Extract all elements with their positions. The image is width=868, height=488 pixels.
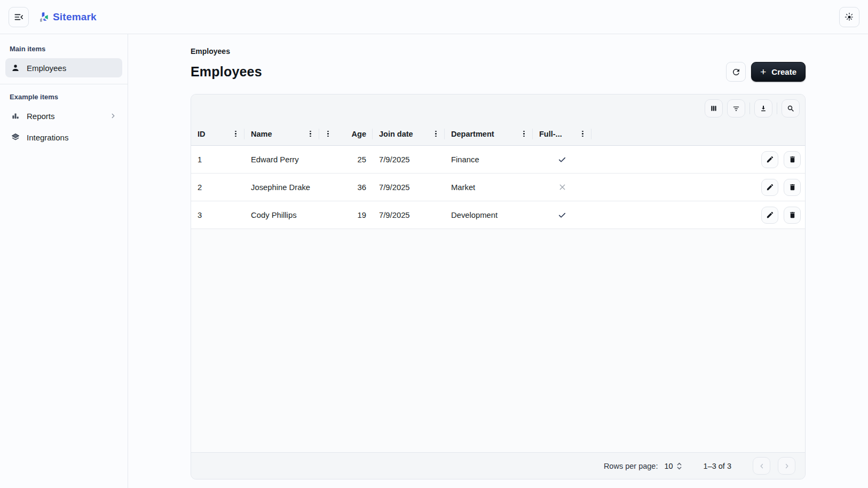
pagination-range: 1–3 of 3 bbox=[704, 462, 731, 470]
check-icon bbox=[557, 155, 567, 164]
chevron-right-icon bbox=[109, 112, 117, 120]
bar-chart-icon bbox=[11, 111, 20, 121]
sidebar-section-main-items: Main items bbox=[5, 42, 122, 56]
pencil-icon bbox=[766, 211, 774, 219]
previous-page-button[interactable] bbox=[753, 457, 770, 475]
column-header-join-date[interactable]: Join date bbox=[373, 122, 445, 145]
brand-logo[interactable]: Sitemark bbox=[37, 11, 97, 23]
column-label: Department bbox=[451, 130, 494, 138]
menu-toggle-button[interactable] bbox=[9, 7, 29, 27]
table-row[interactable]: 2 Josephine Drake 36 7/9/2025 Market bbox=[191, 174, 805, 201]
column-label: Join date bbox=[379, 130, 413, 138]
sidebar-item-employees[interactable]: Employees bbox=[5, 58, 122, 77]
cell-department: Market bbox=[445, 183, 533, 192]
cell-join-date: 7/9/2025 bbox=[373, 155, 445, 164]
create-button-label: Create bbox=[771, 67, 796, 76]
download-icon bbox=[759, 104, 768, 113]
column-header-full-time[interactable]: Full-... bbox=[533, 122, 591, 145]
column-header-name[interactable]: Name bbox=[244, 122, 319, 145]
sidebar-divider bbox=[0, 84, 128, 84]
cell-join-date: 7/9/2025 bbox=[373, 183, 445, 192]
search-button[interactable] bbox=[782, 99, 800, 117]
refresh-icon bbox=[731, 67, 741, 77]
column-menu-icon[interactable] bbox=[308, 129, 313, 139]
sidebar: Main items Employees Example items Repor… bbox=[0, 34, 128, 488]
menu-open-icon bbox=[13, 12, 24, 22]
cell-age: 36 bbox=[319, 183, 373, 192]
breadcrumb: Employees bbox=[191, 47, 806, 56]
select-arrows-icon bbox=[676, 462, 682, 470]
sidebar-item-integrations[interactable]: Integrations bbox=[5, 128, 122, 147]
column-label: Full-... bbox=[539, 130, 562, 138]
edit-button[interactable] bbox=[761, 179, 778, 196]
sidebar-item-label: Integrations bbox=[27, 133, 68, 142]
cell-age: 19 bbox=[319, 211, 373, 219]
grid-pagination: Rows per page: 10 1–3 of 3 bbox=[191, 452, 805, 479]
columns-icon bbox=[709, 104, 718, 113]
edit-button[interactable] bbox=[761, 151, 778, 168]
trash-icon bbox=[788, 155, 796, 163]
column-header-id[interactable]: ID bbox=[191, 122, 244, 145]
cell-id: 1 bbox=[191, 155, 244, 164]
create-button[interactable]: + Create bbox=[751, 62, 806, 82]
grid-header-row: ID Name Age Join date bbox=[191, 122, 805, 146]
cell-full-time bbox=[533, 210, 591, 220]
delete-button[interactable] bbox=[784, 151, 801, 168]
grid-toolbar bbox=[191, 95, 805, 122]
sidebar-section-example-items: Example items bbox=[5, 90, 122, 104]
rows-per-page-label: Rows per page: bbox=[604, 462, 658, 470]
column-header-department[interactable]: Department bbox=[445, 122, 533, 145]
refresh-button[interactable] bbox=[726, 62, 746, 82]
cell-department: Finance bbox=[445, 155, 533, 164]
main-content: Employees Employees + Create bbox=[128, 34, 868, 488]
cell-id: 3 bbox=[191, 211, 244, 219]
filter-button[interactable] bbox=[727, 99, 745, 117]
rows-per-page-select[interactable]: 10 bbox=[664, 462, 682, 470]
delete-button[interactable] bbox=[784, 179, 801, 196]
cell-join-date: 7/9/2025 bbox=[373, 211, 445, 219]
column-menu-icon[interactable] bbox=[233, 129, 238, 139]
column-label: Name bbox=[251, 130, 272, 138]
brand-name: Sitemark bbox=[53, 11, 97, 23]
sun-icon bbox=[844, 12, 855, 22]
sidebar-item-label: Reports bbox=[27, 112, 55, 121]
cell-age: 25 bbox=[319, 155, 373, 164]
sidebar-item-reports[interactable]: Reports bbox=[5, 106, 122, 125]
table-row[interactable]: 3 Cody Phillips 19 7/9/2025 Development bbox=[191, 201, 805, 229]
sitemark-logo-icon bbox=[37, 11, 49, 23]
export-button[interactable] bbox=[754, 99, 772, 117]
toolbar-divider bbox=[749, 103, 750, 114]
cell-name: Edward Perry bbox=[244, 155, 319, 164]
column-header-age[interactable]: Age bbox=[319, 122, 373, 145]
filter-icon bbox=[732, 104, 740, 113]
chevron-right-icon bbox=[783, 462, 791, 470]
chevron-left-icon bbox=[758, 462, 766, 470]
data-grid: ID Name Age Join date bbox=[191, 94, 806, 479]
cell-name: Cody Phillips bbox=[244, 211, 319, 219]
sidebar-item-label: Employees bbox=[27, 64, 66, 73]
cell-department: Development bbox=[445, 211, 533, 219]
layers-icon bbox=[11, 132, 20, 142]
cell-name: Josephine Drake bbox=[244, 183, 319, 192]
column-menu-icon[interactable] bbox=[326, 129, 330, 139]
column-menu-icon[interactable] bbox=[433, 129, 438, 139]
pencil-icon bbox=[766, 183, 774, 191]
delete-button[interactable] bbox=[784, 207, 801, 224]
table-row[interactable]: 1 Edward Perry 25 7/9/2025 Finance bbox=[191, 146, 805, 174]
plus-icon: + bbox=[760, 67, 766, 77]
column-label: Age bbox=[352, 130, 366, 138]
trash-icon bbox=[788, 211, 796, 219]
column-menu-icon[interactable] bbox=[522, 129, 526, 139]
cell-id: 2 bbox=[191, 183, 244, 192]
next-page-button[interactable] bbox=[778, 457, 795, 475]
edit-button[interactable] bbox=[761, 207, 778, 224]
columns-button[interactable] bbox=[705, 99, 723, 117]
x-icon bbox=[558, 183, 567, 192]
toolbar-divider bbox=[777, 103, 777, 114]
theme-toggle-button[interactable] bbox=[839, 7, 859, 27]
trash-icon bbox=[788, 183, 796, 191]
column-menu-icon[interactable] bbox=[580, 129, 585, 139]
cell-full-time bbox=[533, 183, 591, 192]
column-label: ID bbox=[198, 130, 206, 138]
pencil-icon bbox=[766, 155, 774, 163]
